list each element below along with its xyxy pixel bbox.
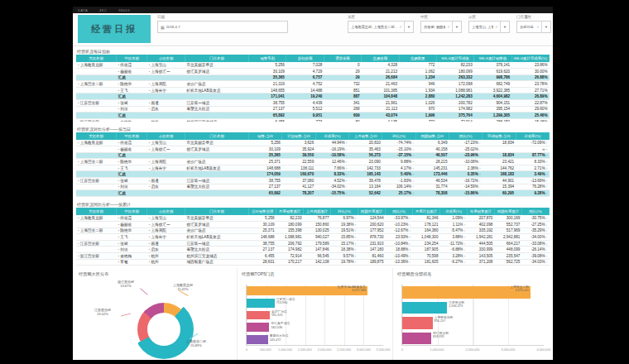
trend-down-icon: ↓ xyxy=(409,216,411,220)
bar[interactable] xyxy=(247,335,268,344)
table-cell: - 张斌 xyxy=(117,178,147,184)
table-cell: 887 xyxy=(324,93,361,100)
table-cell: 38,755 xyxy=(249,100,286,107)
x-axis: 01,000,0002,000,0003,000,0004,000,000 xyxy=(401,348,544,353)
table-cell: 18,834 xyxy=(483,152,516,159)
table-header-cell: W6-G累计完成率(%) xyxy=(511,55,549,62)
table-cell: - 江苏营业部 xyxy=(76,178,117,184)
table-row[interactable]: - 江苏营业部- 张斌- 南通江苏第一城店38,75537,0804.52%↑3… xyxy=(76,178,550,184)
table-row[interactable]: 汇总65,89278,207-15.75%↓52,64225.17%↑78,30… xyxy=(76,190,550,197)
bar[interactable] xyxy=(402,317,433,329)
table-cell: 138,111 xyxy=(282,165,315,171)
chevron-down-icon[interactable]: ▼ xyxy=(404,22,411,32)
toolbar-item[interactable]: 4KC xyxy=(99,8,107,12)
date-input[interactable]: ▦ 2018-4-7 xyxy=(157,21,288,33)
table-row[interactable]: - 王飞- 上海长宁虹桥天地LAB美食店148,6881,088,981940,… xyxy=(76,234,550,241)
table-cell: 13,164 xyxy=(349,184,382,190)
table-row[interactable]: 汇总65,8929,95160943,0741,996375,7641,299,… xyxy=(76,113,550,119)
table-header-cell: 退货金额 xyxy=(324,55,361,62)
chevron-down-icon[interactable]: ▼ xyxy=(452,22,459,32)
table-cell: 174,982 xyxy=(436,106,473,113)
table-cell: 101,385 xyxy=(362,87,399,93)
table-row[interactable]: - 王飞- 上海长宁虹桥天地LAB美食店148,65514,488851101,… xyxy=(76,87,550,93)
chevron-down-icon[interactable]: ▼ xyxy=(541,22,548,32)
table-header-cell: 同比(%) xyxy=(449,132,482,140)
table-cell: 汇总 xyxy=(117,74,147,81)
table-cell: -10.23%↓ xyxy=(385,222,412,228)
trend-up-icon: ↑ xyxy=(346,166,348,170)
table-cell: 40,158 xyxy=(415,146,449,153)
table-row[interactable]: - 王飞- 上海长宁虹桥天地LAB美食店148,688138,1117.66%↑… xyxy=(76,165,550,171)
table-cell: 汇总 xyxy=(117,171,147,178)
table-cell xyxy=(147,113,185,119)
store-attr-dropdown[interactable]: 全部已选 (包含空白) ✓ ▼ xyxy=(516,21,551,33)
table-cell: -25.02%↓ xyxy=(449,146,482,153)
table-cell xyxy=(76,106,117,113)
table-cell: 160,670 xyxy=(282,171,315,178)
table-cell: 6,455 xyxy=(249,253,276,260)
table-cell: -23.96%↓ xyxy=(449,152,482,159)
table-cell: 168,183 xyxy=(483,171,516,178)
donut-area: 上海教育总部11.42%上海营业二部55.89%江苏营业部19.02%浙江营业部… xyxy=(74,268,233,360)
table-cell: 144,762 xyxy=(483,165,516,171)
table-row[interactable]: 汇总35,36539,550-10.58%↓56,273-37.15%↓46,5… xyxy=(76,152,550,159)
table-cell: 1,942,281 xyxy=(467,234,494,241)
table-cell: 22.87% xyxy=(511,100,549,107)
toolbar-item[interactable]: DATA xyxy=(78,8,88,12)
table-row[interactable]: - 杨丽俊- 上海徐汇一徐汇美罗城店30,109180,099150,86019… xyxy=(76,222,550,228)
bar[interactable] xyxy=(247,299,275,308)
bar[interactable] xyxy=(402,302,447,314)
bar-label: 金沙广场店591,325 xyxy=(271,310,287,318)
table-row[interactable]: 汇总35,3656,7572926,6841,234263,332998,786… xyxy=(76,74,550,81)
toolbar-item[interactable]: 98003 xyxy=(118,8,130,12)
center-dropdown[interactable]: 何俊霞, 杨丽俊, 陈艳华... ✓ ▼ xyxy=(420,21,462,33)
table-row[interactable]: - 上海营业二部- 陈艳华- 上海普陀金沙广场店21,3194,75273221… xyxy=(76,81,550,88)
table-row[interactable]: - 江苏营业部- 张斌- 南通江苏第一城店38,755206,792179,58… xyxy=(76,240,550,247)
bar[interactable] xyxy=(247,323,269,332)
trend-down-icon: ↓ xyxy=(546,247,548,251)
table-header-cell: 门店名称 xyxy=(185,132,248,140)
table-row[interactable]: - 上海教育总部- 何俊霞- 上海宝山市北美丽荟登店5,2563,62644.9… xyxy=(76,140,550,146)
table-cell: -10.08%↓ xyxy=(449,159,482,165)
table-cell: 375,764 xyxy=(436,113,473,119)
table-cell: 14,488 xyxy=(286,87,324,93)
table-cell: 29.60% xyxy=(511,106,549,113)
table-cell: 174,982 xyxy=(276,247,304,253)
bar[interactable] xyxy=(247,311,270,320)
table-row[interactable]: - 李敏- 杭州城西银泰广场店28,601170,217142,10819.78… xyxy=(76,259,550,266)
table-row[interactable]: - 江苏营业部- 张斌- 南通江苏第一城店38,7554,43934121,96… xyxy=(76,100,550,107)
table-row[interactable]: - 刘佳- 启东秦望北大街店27,1375,51226821,113970174… xyxy=(76,106,550,113)
table-cell: 26.88% xyxy=(511,74,549,81)
table-row[interactable]: - 浙江营业部- 唐艳梅- 杭州杭州滨江宝龙城店6,45572,91466,54… xyxy=(76,253,550,260)
table-row[interactable]: - 浙江营业部- 唐艳梅- 杭州杭州滨江宝龙城店6,455773804,1357… xyxy=(76,118,550,122)
table-row[interactable]: - 上海教育总部- 何俊霞- 上海宝山市北美丽荟登店5,25682,23376,… xyxy=(76,215,550,222)
bar-label: 上海营业二部3,625,011 xyxy=(510,285,529,293)
table-cell xyxy=(185,152,248,159)
table-cell: 448,099 xyxy=(494,247,521,253)
trend-down-icon: ↓ xyxy=(409,254,411,258)
table-header-cell: 销售毛利 xyxy=(249,55,286,62)
table-row[interactable]: - 刘佳- 启东秦望北大街店27,13741,127-34.02%↓13,164… xyxy=(76,184,550,190)
table-cell: 21,463 xyxy=(362,81,399,88)
bar[interactable] xyxy=(402,333,431,345)
table-row[interactable]: - 上海营业二部- 陈艳华- 上海普陀金沙广场店25,37122,55912.4… xyxy=(76,159,550,165)
trend-up-icon: ↑ xyxy=(412,172,414,176)
table-row[interactable]: 汇总174,059160,6708.33%↑165,1435.40%↑173,4… xyxy=(76,171,550,178)
table-row[interactable]: - 杨丽俊- 上海徐汇一徐汇美罗城店30,1094,7292921,2131,0… xyxy=(76,69,550,75)
table-row[interactable]: - 刘佳- 启东秦望北大街店27,137174,982147,84618.38%… xyxy=(76,247,550,253)
table-cell: 179,589 xyxy=(304,240,331,247)
table-cell: - 上海营业二部 xyxy=(76,81,117,88)
table-row[interactable]: - 上海营业二部- 陈艳华- 上海普陀金沙广场店25,371155,398130… xyxy=(76,228,550,234)
table-cell: -34.02%↓ xyxy=(315,184,348,190)
trend-up-icon: ↑ xyxy=(479,172,481,176)
table-row[interactable]: 汇总171,04119,240887104,8482,8801,242,2834… xyxy=(76,93,550,100)
table-row[interactable]: - 杨丽俊- 上海徐汇一徐汇美罗城店30,10935,924-16.19%↓35… xyxy=(76,146,550,153)
region-dropdown[interactable]: 上海教育总部, 上海营业二部... ✓ ▼ xyxy=(348,21,414,33)
table-row[interactable]: - 上海教育总部- 何俊霞- 上海宝山市北美丽荟登店5,2567,02804,3… xyxy=(76,62,550,69)
table-cell: 杭州滨江宝龙城店 xyxy=(185,118,248,122)
table-cell: 66,545 xyxy=(304,253,331,260)
report-header: 经营日报 日期 ▦ 2018-4-7 大区 上海教育总部, 上海营业二部... … xyxy=(73,13,553,46)
chevron-down-icon[interactable]: ▼ xyxy=(500,22,507,32)
district-dropdown[interactable]: 上海宝山, 上海徐汇一... ✓ ▼ xyxy=(468,21,510,33)
trend-up-icon: ↑ xyxy=(412,166,414,170)
